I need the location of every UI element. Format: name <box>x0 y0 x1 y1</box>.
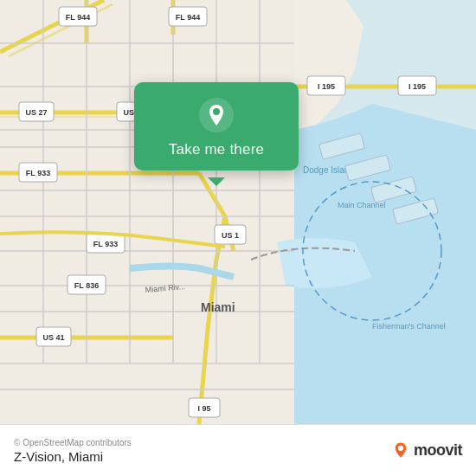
svg-text:FL 933: FL 933 <box>26 169 50 177</box>
location-name: Z-Vision, Miami <box>14 449 132 464</box>
popup-card[interactable]: Take me there <box>134 82 299 170</box>
bottom-left: © OpenStreetMap contributors Z-Vision, M… <box>14 438 132 464</box>
moovit-brand-text: moovit <box>414 441 462 460</box>
svg-point-64 <box>398 445 403 450</box>
location-pin-icon <box>199 98 234 132</box>
svg-text:I 195: I 195 <box>318 82 335 91</box>
svg-text:FL 933: FL 933 <box>93 240 118 248</box>
attribution-text: © OpenStreetMap contributors <box>14 438 132 447</box>
svg-text:I 195: I 195 <box>408 82 426 91</box>
svg-text:FL 944: FL 944 <box>66 13 90 22</box>
svg-text:FL 836: FL 836 <box>74 281 99 290</box>
take-me-there-button[interactable]: Take me there <box>169 141 264 158</box>
svg-text:US 41: US 41 <box>42 333 64 342</box>
svg-point-63 <box>213 108 220 115</box>
svg-text:Miami: Miami <box>201 300 235 314</box>
map-view[interactable]: FL 944 FL 944 I 195 I 195 US 27 US 27 FL… <box>0 0 476 424</box>
map-svg: FL 944 FL 944 I 195 I 195 US 27 US 27 FL… <box>0 0 476 424</box>
moovit-pin-icon <box>391 441 410 460</box>
svg-text:US 1: US 1 <box>222 231 239 240</box>
svg-text:US 27: US 27 <box>25 108 47 117</box>
svg-rect-2 <box>0 0 294 424</box>
moovit-logo: moovit <box>391 441 462 460</box>
svg-text:Fisherman's Channel: Fisherman's Channel <box>372 322 446 331</box>
svg-text:FL 944: FL 944 <box>176 13 200 22</box>
svg-text:I 95: I 95 <box>197 404 210 413</box>
bottom-bar: © OpenStreetMap contributors Z-Vision, M… <box>0 424 476 476</box>
